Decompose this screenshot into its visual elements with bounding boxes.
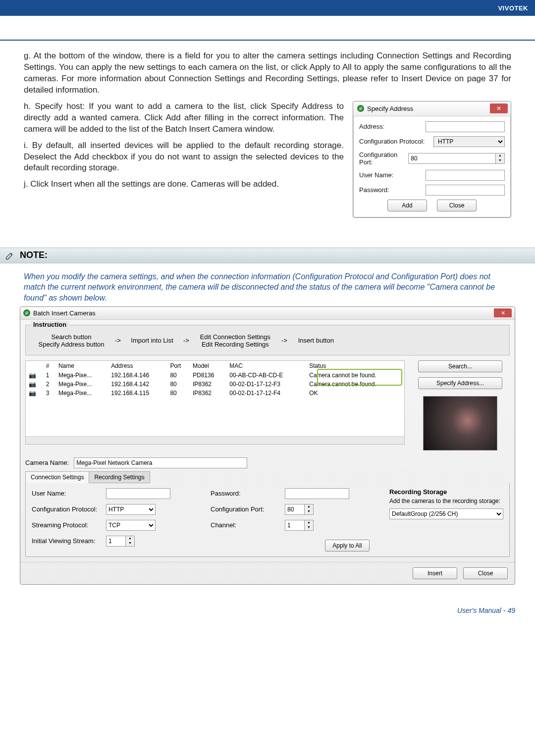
camera-icon: 📷 [29, 381, 36, 388]
config-protocol-select[interactable]: HTTP [433, 136, 505, 147]
channel-input[interactable] [285, 520, 305, 531]
initial-viewing-input[interactable] [106, 536, 126, 547]
camera-name-input[interactable] [74, 457, 247, 468]
close-button[interactable]: Close [463, 567, 508, 579]
arrow-icon: -> [183, 337, 189, 344]
paragraph-g: g. At the bottom of the window, there is… [24, 50, 511, 96]
spinner-arrows-icon[interactable]: ▲▼ [305, 504, 314, 515]
user-name-input[interactable] [106, 488, 170, 499]
batch-insert-title: Batch Insert Cameras [33, 309, 96, 317]
password-input[interactable] [285, 488, 349, 499]
apply-to-all-button[interactable]: Apply to All [325, 540, 370, 552]
col-model: Model [190, 361, 226, 371]
table-row[interactable]: 📷 1 Mega-Pixe... 192.168.4.146 80 PD8136… [26, 371, 404, 380]
arrow-icon: -> [281, 337, 287, 344]
close-icon[interactable]: ✕ [490, 103, 508, 113]
streaming-protocol-label: Streaming Protocol: [32, 521, 106, 529]
search-button[interactable]: Search... [418, 360, 502, 372]
arrow-icon: -> [115, 337, 121, 344]
user-name-label: User Name: [32, 490, 106, 497]
config-protocol-label: Configuration Protocol: [359, 138, 433, 145]
address-input[interactable] [426, 121, 505, 132]
recording-storage-panel: Recording Storage Add the cameras to the… [389, 488, 503, 552]
col-address: Address [108, 361, 167, 371]
config-port-input[interactable] [285, 504, 305, 515]
insert-button[interactable]: Insert [413, 567, 457, 579]
instruction-box: Instruction Search button Specify Addres… [25, 325, 510, 355]
camera-icon: 📷 [29, 372, 36, 379]
tab-connection-settings[interactable]: Connection Settings [25, 471, 89, 483]
camera-icon: 📷 [29, 390, 36, 397]
initial-viewing-label: Initial Viewing Stream: [32, 537, 106, 545]
instr-col4: Insert button [291, 337, 341, 344]
batch-insert-dialog: ✓ Batch Insert Cameras ✕ Instruction Sea… [20, 306, 515, 585]
password-label: Password: [359, 186, 426, 194]
settings-panel: User Name: Configuration Protocol: HTTP … [25, 483, 510, 557]
camera-table[interactable]: # Name Address Port Model MAC Status [25, 360, 405, 445]
recording-storage-select[interactable]: DefaultGroup (2/256 CH) [389, 508, 503, 519]
config-protocol-select[interactable]: HTTP [106, 504, 156, 515]
address-label: Address: [359, 123, 426, 130]
config-protocol-label: Configuration Protocol: [32, 505, 106, 513]
check-icon: ✓ [23, 309, 30, 316]
config-port-input[interactable] [408, 153, 496, 164]
channel-label: Channel: [211, 521, 285, 529]
specify-address-dialog: ✓ Specify Address ✕ Address: Configurati… [353, 101, 511, 218]
batch-insert-titlebar: ✓ Batch Insert Cameras ✕ [20, 307, 515, 320]
spinner-arrows-icon[interactable]: ▲▼ [126, 536, 135, 547]
password-input[interactable] [426, 185, 505, 196]
pencil-icon [5, 251, 15, 260]
tab-recording-settings[interactable]: Recording Settings [89, 471, 150, 483]
close-button[interactable]: Close [437, 200, 477, 211]
col-port: Port [167, 361, 190, 371]
instr-col2: Import into List [125, 337, 179, 344]
specify-address-button[interactable]: Specify Address... [418, 377, 502, 389]
note-text: When you modify the camera settings, and… [0, 271, 535, 303]
user-name-label: User Name: [359, 171, 426, 179]
camera-preview [423, 396, 497, 451]
paragraph-j: j. Click Insert when all the settings ar… [24, 179, 344, 190]
note-title: NOTE: [20, 250, 48, 260]
spinner-arrows-icon[interactable]: ▲▼ [305, 520, 314, 531]
recording-storage-title: Recording Storage [389, 488, 503, 496]
brand-header: VIVOTEK [0, 0, 535, 16]
col-mac: MAC [226, 361, 306, 371]
note-bar: NOTE: [0, 248, 535, 263]
specify-address-title: Specify Address [367, 105, 413, 112]
close-icon[interactable]: ✕ [494, 308, 512, 317]
settings-tabs: Connection Settings Recording Settings [25, 471, 510, 483]
streaming-protocol-select[interactable]: TCP [106, 520, 156, 531]
add-button[interactable]: Add [387, 200, 427, 211]
brand-text: VIVOTEK [498, 4, 528, 12]
col-status: Status [306, 361, 404, 371]
specify-address-titlebar: ✓ Specify Address ✕ [353, 101, 511, 116]
instr-col1: Search button Specify Address button [32, 333, 111, 348]
camera-name-label: Camera Name: [25, 459, 69, 466]
col-num: # [43, 361, 55, 371]
user-name-input[interactable] [426, 170, 505, 181]
col-name: Name [55, 361, 108, 371]
config-port-label: Configuration Port: [211, 505, 285, 513]
table-scrollbar[interactable] [26, 436, 404, 444]
table-row[interactable]: 📷 3 Mega-Pixe... 192.168.4.115 80 IP8362… [26, 389, 404, 398]
page-footer: User's Manual - 49 [0, 601, 535, 624]
table-row[interactable]: 📷 2 Mega-Pixe... 192.168.4.142 80 IP8362… [26, 380, 404, 389]
spinner-arrows-icon[interactable]: ▲▼ [496, 153, 505, 164]
check-icon: ✓ [357, 105, 364, 112]
instruction-title: Instruction [31, 321, 69, 328]
password-label: Password: [211, 490, 285, 497]
config-port-label: Configuration Port: [359, 151, 408, 166]
paragraph-h: h. Specify host: If you want to add a ca… [24, 101, 344, 135]
instr-col3: Edit Connection Settings Edit Recording … [193, 333, 277, 348]
paragraph-i: i. By default, all inserted devices will… [24, 140, 344, 174]
recording-storage-desc: Add the cameras to the recording storage… [389, 498, 503, 504]
